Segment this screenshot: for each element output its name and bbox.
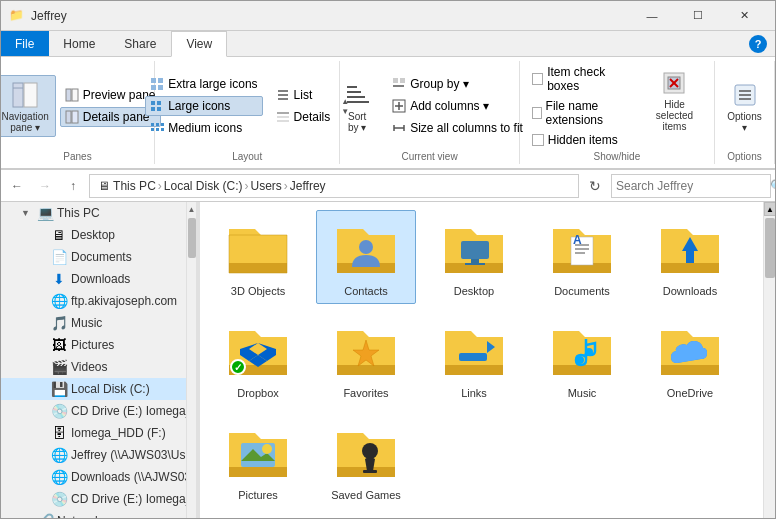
minimize-button[interactable]: — (629, 1, 675, 31)
sidebar: ▼ 💻 This PC 🖥 Desktop 📄 Documents ⬇ Down… (1, 202, 186, 519)
cddrive2-icon: 💿 (51, 491, 67, 507)
size-columns-button[interactable]: Size all columns to fit (387, 118, 528, 138)
file-item-savedgames[interactable]: Saved Games (316, 414, 416, 508)
details-button[interactable]: Details (271, 107, 336, 127)
sidebar-item-ftp[interactable]: 🌐 ftp.akivajoseph.com (1, 290, 186, 312)
svg-rect-7 (151, 78, 156, 83)
iomegahdd-label: Iomega_HDD (F:) (71, 426, 166, 440)
tab-view[interactable]: View (171, 31, 227, 57)
svg-rect-5 (66, 111, 71, 123)
refresh-button[interactable]: ↻ (583, 174, 607, 198)
file-item-desktop[interactable]: Desktop (424, 210, 524, 304)
svg-rect-8 (158, 78, 163, 83)
tab-share[interactable]: Share (110, 31, 171, 56)
file-item-onedrive[interactable]: OneDrive (640, 312, 740, 406)
up-button[interactable]: ↑ (61, 174, 85, 198)
medium-icons-button[interactable]: Medium icons (145, 118, 262, 138)
file-item-3dobjects[interactable]: 3D Objects (208, 210, 308, 304)
svg-rect-10 (158, 85, 163, 90)
svg-rect-1 (24, 83, 37, 107)
sidebar-item-jeffrey[interactable]: 🌐 Jeffrey (\\AJWS03\Users) (Y:) (1, 444, 186, 466)
tab-home[interactable]: Home (49, 31, 110, 56)
forward-button[interactable]: → (33, 174, 57, 198)
file-item-documents[interactable]: A Documents (532, 210, 632, 304)
svg-point-54 (359, 240, 373, 254)
address-path[interactable]: 🖥 This PC › Local Disk (C:) › Users › Je… (89, 174, 579, 198)
extra-large-label: Extra large icons (168, 77, 257, 91)
sidebar-item-downloads[interactable]: ⬇ Downloads (1, 268, 186, 290)
large-icons-label: Large icons (168, 99, 230, 113)
file-name-pictures: Pictures (238, 489, 278, 501)
ribbon-group-layout: Extra large icons Large icons Medium ico… (155, 61, 340, 164)
sidebar-scroll-thumb[interactable] (188, 218, 196, 258)
back-button[interactable]: ← (5, 174, 29, 198)
sidebar-item-localc[interactable]: 💾 Local Disk (C:) (1, 378, 186, 400)
sidebar-item-iomegahdd[interactable]: 🗄 Iomega_HDD (F:) (1, 422, 186, 444)
svg-marker-50 (229, 263, 287, 273)
sidebar-item-desktop[interactable]: 🖥 Desktop (1, 224, 186, 246)
layout-col: Extra large icons Large icons Medium ico… (145, 74, 262, 138)
file-item-favorites[interactable]: Favorites (316, 312, 416, 406)
nav-pane-button[interactable]: Navigationpane ▾ (0, 75, 56, 137)
file-name-documents: Documents (554, 285, 610, 297)
sidebar-item-network[interactable]: ▸ 🔗 Network (1, 510, 186, 519)
sidebar-item-pictures[interactable]: 🖼 Pictures (1, 334, 186, 356)
sidebar-item-thispc[interactable]: ▼ 💻 This PC (1, 202, 186, 224)
sidebar-scroll-up[interactable]: ▲ (187, 202, 196, 216)
hidden-items-check[interactable]: Hidden items (528, 131, 639, 149)
help-button[interactable]: ? (749, 35, 767, 53)
search-icon: 🔍 (770, 179, 776, 193)
sidebar-item-downloads2[interactable]: 🌐 Downloads (\\AJWS03\Users\Public) (Z:) (1, 466, 186, 488)
cddrive2-label: CD Drive (E:) Iomega_CD (71, 492, 186, 506)
sidebar-item-music[interactable]: 🎵 Music (1, 312, 186, 334)
hide-selected-button[interactable]: Hide selecteditems (643, 63, 706, 136)
showhide-checks: Item check boxes File name extensions Hi… (528, 63, 639, 149)
downloads-label: Downloads (71, 272, 130, 286)
panes-label: Panes (63, 149, 91, 162)
file-item-contacts[interactable]: Contacts (316, 210, 416, 304)
sidebar-item-videos[interactable]: 🎬 Videos (1, 356, 186, 378)
path-jeffrey: Jeffrey (290, 179, 326, 193)
file-item-links[interactable]: Links (424, 312, 524, 406)
file-item-dropbox[interactable]: ✓ Dropbox (208, 312, 308, 406)
sidebar-item-cddrive2[interactable]: 💿 CD Drive (E:) Iomega_CD (1, 488, 186, 510)
filelist-scroll-up[interactable]: ▲ (764, 202, 776, 216)
large-icons-button[interactable]: Large icons (145, 96, 262, 116)
options-group-label: Options (727, 149, 761, 162)
close-button[interactable]: ✕ (721, 1, 767, 31)
add-columns-button[interactable]: Add columns ▾ (387, 96, 528, 116)
ftp-label: ftp.akivajoseph.com (71, 294, 177, 308)
list-label: List (294, 88, 313, 102)
folder-icon-desktop (442, 217, 506, 281)
jeffrey-icon: 🌐 (51, 447, 67, 463)
file-item-pictures[interactable]: Pictures (208, 414, 308, 508)
item-checkboxes-check[interactable]: Item check boxes (528, 63, 639, 95)
maximize-button[interactable]: ☐ (675, 1, 721, 31)
file-name-onedrive: OneDrive (667, 387, 713, 399)
file-extensions-check[interactable]: File name extensions (528, 97, 639, 129)
folder-icon-3dobjects (226, 217, 290, 281)
sort-by-button[interactable]: Sortby ▾ (331, 75, 383, 137)
window-title: Jeffrey (31, 9, 629, 23)
search-input[interactable] (616, 179, 766, 193)
extra-large-button[interactable]: Extra large icons (145, 74, 262, 94)
tab-file[interactable]: File (1, 31, 49, 56)
address-bar: ← → ↑ 🖥 This PC › Local Disk (C:) › User… (1, 170, 775, 202)
ribbon-group-options: Options▾ Options (715, 61, 775, 164)
folder-icon-pictures (226, 421, 290, 485)
svg-rect-26 (277, 120, 289, 122)
svg-rect-6 (72, 111, 78, 123)
list-button[interactable]: List (271, 85, 336, 105)
item-checkboxes-label: Item check boxes (547, 65, 635, 93)
filelist-scroll-thumb[interactable] (765, 218, 775, 278)
file-item-music[interactable]: Music (532, 312, 632, 406)
file-item-downloads[interactable]: Downloads (640, 210, 740, 304)
ftp-icon: 🌐 (51, 293, 67, 309)
sidebar-item-cddrive[interactable]: 💿 CD Drive (E:) Iomega_CD (1, 400, 186, 422)
options-button[interactable]: Options▾ (719, 75, 771, 137)
group-by-button[interactable]: Group by ▾ (387, 74, 528, 94)
path-sep3: › (284, 179, 288, 193)
sidebar-item-documents[interactable]: 📄 Documents (1, 246, 186, 268)
path-sep1: › (158, 179, 162, 193)
folder-icon-links (442, 319, 506, 383)
